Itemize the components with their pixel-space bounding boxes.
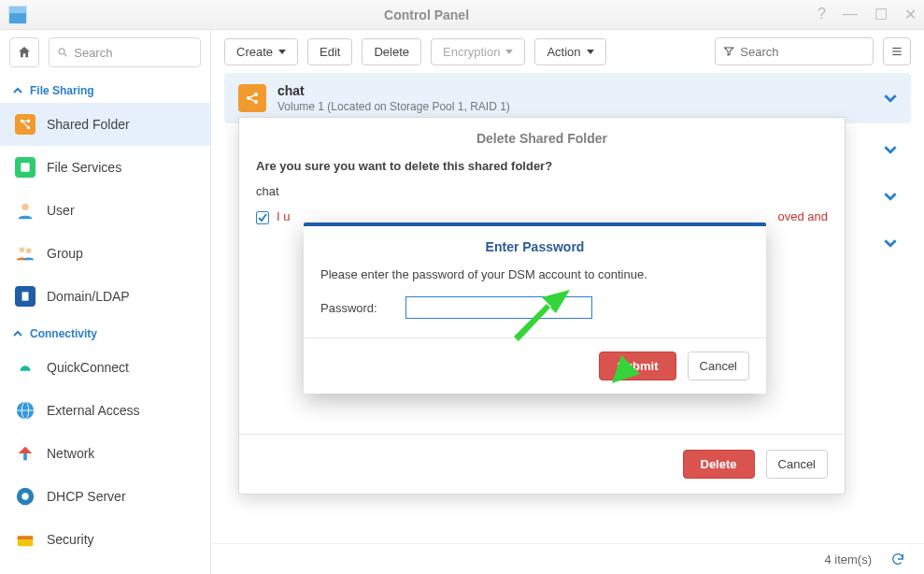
domain-icon — [15, 286, 36, 307]
section-label: File Sharing — [30, 84, 94, 97]
create-button[interactable]: Create — [224, 38, 298, 65]
chevron-up-icon — [13, 86, 22, 95]
shared-folder-icon — [15, 114, 36, 135]
quickconnect-icon — [15, 357, 36, 378]
home-button[interactable] — [9, 37, 39, 67]
section-connectivity[interactable]: Connectivity — [0, 318, 210, 346]
dhcp-icon — [15, 486, 36, 507]
chevron-down-icon[interactable] — [884, 190, 897, 203]
item-count: 4 item(s) — [824, 552, 872, 567]
group-icon — [15, 243, 36, 264]
folder-name: chat — [277, 83, 510, 98]
sidebar-item-group[interactable]: Group — [0, 232, 210, 275]
delete-button[interactable]: Delete — [362, 38, 421, 65]
list-row[interactable]: chat Volume 1 (Located on Storage Pool 1… — [224, 73, 911, 123]
app-icon — [7, 5, 28, 25]
svg-line-3 — [64, 54, 67, 57]
sidebar-item-label: Security — [47, 532, 94, 547]
toolbar-search-input[interactable] — [740, 45, 865, 59]
file-services-icon — [15, 157, 36, 178]
sidebar-item-label: User — [47, 203, 75, 218]
password-input[interactable] — [405, 296, 592, 319]
svg-rect-1 — [9, 6, 26, 12]
folder-subtitle: Volume 1 (Located on Storage Pool 1, RAI… — [277, 100, 510, 113]
sidebar-item-security[interactable]: Security — [0, 518, 210, 561]
svg-point-9 — [20, 248, 24, 253]
sidebar-item-user[interactable]: User — [0, 189, 210, 232]
svg-rect-15 — [23, 453, 27, 460]
close-icon[interactable]: ✕ — [904, 6, 917, 23]
network-icon — [15, 443, 36, 464]
sidebar-item-label: Shared Folder — [47, 117, 130, 132]
sidebar-search[interactable] — [49, 37, 201, 67]
submit-button[interactable]: Submit — [599, 352, 675, 380]
sidebar-item-dhcp[interactable]: DHCP Server — [0, 475, 210, 518]
svg-point-17 — [21, 493, 28, 499]
help-icon[interactable]: ? — [817, 6, 826, 23]
window-title: Control Panel — [36, 7, 817, 22]
security-icon — [15, 529, 36, 550]
edit-button[interactable]: Edit — [307, 38, 352, 65]
svg-point-8 — [21, 204, 28, 210]
toolbar: Create Edit Delete Encryption Action — [211, 30, 924, 73]
chevron-up-icon — [13, 329, 22, 338]
refresh-icon[interactable] — [890, 552, 905, 567]
toolbar-search[interactable] — [715, 37, 874, 65]
password-label: Password: — [320, 301, 391, 315]
settings-button[interactable] — [883, 37, 911, 65]
sidebar-item-label: Network — [47, 446, 94, 461]
chevron-down-icon[interactable] — [884, 143, 897, 156]
svg-point-10 — [26, 249, 31, 254]
svg-rect-7 — [21, 163, 29, 171]
confirm-text-left: I u — [277, 209, 290, 223]
svg-point-2 — [59, 49, 64, 54]
sidebar-item-label: Group — [47, 246, 83, 261]
dialog-question: Are you sure you want to delete this sha… — [256, 159, 828, 173]
sidebar-item-label: QuickConnect — [47, 360, 129, 375]
svg-rect-19 — [18, 536, 34, 539]
sidebar-item-quickconnect[interactable]: QuickConnect — [0, 346, 210, 389]
sidebar-item-domain-ldap[interactable]: Domain/LDAP — [0, 275, 210, 318]
sidebar-item-label: DHCP Server — [47, 489, 126, 504]
funnel-icon — [723, 45, 734, 58]
password-dialog: Enter Password Please enter the password… — [304, 222, 766, 394]
sidebar-item-external-access[interactable]: External Access — [0, 389, 210, 432]
action-button[interactable]: Action — [534, 38, 605, 65]
checkbox-icon[interactable] — [256, 211, 269, 224]
sliders-icon — [890, 45, 903, 58]
minimize-icon[interactable]: — — [843, 6, 858, 23]
delete-confirm-button[interactable]: Delete — [683, 450, 755, 479]
sidebar-item-shared-folder[interactable]: Shared Folder — [0, 103, 210, 146]
sidebar-item-file-services[interactable]: File Services — [0, 146, 210, 189]
share-icon — [238, 84, 266, 112]
user-icon — [15, 200, 36, 221]
encryption-button[interactable]: Encryption — [431, 38, 525, 65]
status-bar: 4 item(s) — [211, 543, 924, 574]
sidebar-item-network[interactable]: Network — [0, 432, 210, 475]
search-icon — [57, 46, 68, 59]
dialog-title: Enter Password — [304, 226, 766, 267]
chevron-down-icon[interactable] — [884, 237, 897, 250]
dialog-title: Delete Shared Folder — [239, 118, 845, 155]
sidebar-search-input[interactable] — [74, 46, 192, 60]
svg-rect-11 — [22, 292, 29, 300]
window-titlebar: Control Panel ? — ☐ ✕ — [0, 0, 924, 30]
home-icon — [17, 45, 32, 60]
sidebar-item-label: Domain/LDAP — [47, 289, 130, 304]
dialog-folder-name: chat — [256, 184, 828, 198]
chevron-down-icon[interactable] — [884, 92, 897, 105]
section-label: Connectivity — [30, 327, 97, 340]
sidebar-item-label: External Access — [47, 403, 140, 418]
globe-icon — [15, 400, 36, 421]
maximize-icon[interactable]: ☐ — [874, 6, 888, 23]
delete-cancel-button[interactable]: Cancel — [766, 450, 828, 479]
sidebar-item-label: File Services — [47, 160, 121, 175]
password-cancel-button[interactable]: Cancel — [688, 352, 749, 380]
confirm-text-right: oved and — [778, 209, 829, 223]
section-file-sharing[interactable]: File Sharing — [0, 75, 210, 103]
sidebar: File Sharing Shared Folder File Services… — [0, 30, 211, 574]
password-instruction: Please enter the password of your DSM ac… — [320, 267, 749, 281]
